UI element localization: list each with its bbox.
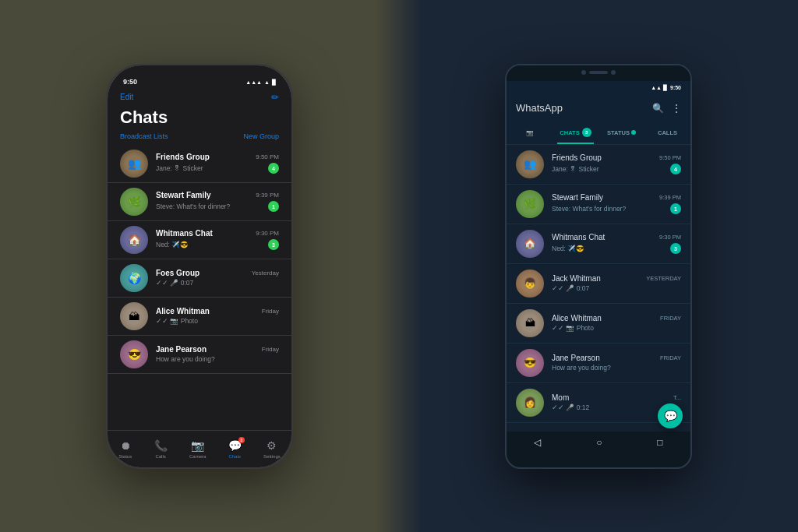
- fab-chat-icon: 💬: [664, 410, 677, 422]
- iphone-chat-item[interactable]: 🌍 Foes Group Yesterday ✓✓ 🎤 0:07: [108, 259, 291, 298]
- android-chat-avatar: 👥: [516, 150, 544, 178]
- android-screen: ▲▲ ▉ 9:50 WhatsApp 🔍 ⋮ 📷 CHATS: [507, 81, 690, 453]
- android-chat-avatar: 👦: [516, 270, 544, 298]
- android-chat-header-row: Jane Pearson FRIDAY: [552, 354, 681, 362]
- chat-time: 9:30 PM: [256, 230, 279, 237]
- calls-tab-label: CALLS: [658, 129, 677, 136]
- android-back-button[interactable]: ◁: [534, 437, 541, 448]
- android-tab-chats[interactable]: CHATS 3: [553, 122, 598, 144]
- chat-name: Foes Group: [156, 269, 200, 277]
- chat-preview-row: ✓✓ 🎤 0:07: [156, 279, 279, 287]
- chat-avatar: 🌍: [120, 264, 148, 292]
- android-top-bar: [507, 65, 690, 81]
- chat-time: Friday: [262, 308, 279, 315]
- avatar-emoji: 👥: [128, 157, 141, 170]
- chats-tab-badge: 3: [582, 128, 591, 137]
- iphone-chat-item[interactable]: 🏠 Whitmans Chat 9:30 PM Ned: ✈️😎 3: [108, 221, 291, 259]
- android-chat-name: Jack Whitman: [552, 274, 601, 283]
- android-battery-icon: ▉: [663, 85, 667, 91]
- android-tab-camera[interactable]: 📷: [507, 122, 553, 144]
- android-tab-calls[interactable]: CALLS: [644, 122, 690, 144]
- avatar-emoji: 🏔: [525, 317, 535, 329]
- tab-label: Calls: [155, 454, 165, 459]
- chat-avatar: 🏠: [120, 226, 148, 254]
- android-chat-content: Jane Pearson FRIDAY How are you doing?: [552, 354, 681, 372]
- tab-label: Settings: [263, 454, 281, 459]
- iphone-toolbar: Broadcast Lists New Group: [108, 132, 291, 145]
- chat-content: Stewart Family 9:39 PM Steve: What's for…: [156, 191, 279, 212]
- iphone-tab-calls[interactable]: 📞 Calls: [154, 439, 168, 459]
- chat-preview-row: ✓✓ 📷 Photo: [156, 317, 279, 325]
- android-recent-button[interactable]: □: [657, 437, 662, 448]
- android-chat-item[interactable]: 😎 Jane Pearson FRIDAY How are you doing?: [507, 344, 690, 383]
- chat-name: Friends Group: [156, 153, 210, 161]
- android-chat-time: YESTERDAY: [646, 275, 681, 282]
- iphone-screen: 9:50 ▲▲▲ ▲ ▉ Edit ✏ Chats Broadcast List…: [108, 65, 291, 467]
- iphone-tab-camera[interactable]: 📷 Camera: [189, 439, 206, 459]
- android-chat-item[interactable]: 👥 Friends Group 9:50 PM Jane: 🎖 Sticker …: [507, 145, 690, 185]
- tab-icon: ⚙: [267, 439, 277, 452]
- status-tab-dot: [631, 130, 636, 135]
- android-chat-avatar: 🌿: [516, 190, 544, 218]
- chat-avatar: 🏔: [120, 302, 148, 330]
- broadcast-lists-button[interactable]: Broadcast Lists: [120, 132, 168, 140]
- chat-preview-row: How are you doing?: [156, 355, 279, 363]
- android-chat-preview: How are you doing?: [552, 364, 681, 372]
- chat-name: Jane Pearson: [156, 345, 207, 354]
- tab-icon: 📞: [154, 439, 168, 452]
- chat-content: Alice Whitman Friday ✓✓ 📷 Photo: [156, 307, 279, 325]
- android-chat-item[interactable]: 🏔 Alice Whitman FRIDAY ✓✓ 📷 Photo: [507, 304, 690, 344]
- iphone-chat-item[interactable]: 🌿 Stewart Family 9:39 PM Steve: What's f…: [108, 183, 291, 221]
- android-chat-preview-row: Jane: 🎖 Sticker 4: [552, 164, 681, 174]
- chat-time: 9:39 PM: [256, 192, 279, 199]
- android-chat-header-row: Friends Group 9:50 PM: [552, 153, 681, 162]
- android-chat-item[interactable]: 🏠 Whitmans Chat 9:30 PM Ned: ✈️😎 3: [507, 224, 690, 264]
- chat-header-row: Stewart Family 9:39 PM: [156, 191, 279, 199]
- chat-header-row: Friends Group 9:50 PM: [156, 153, 279, 161]
- android-chat-preview: ✓✓ 🎤 0:07: [552, 284, 681, 292]
- android-time: 9:50: [670, 85, 681, 90]
- tab-icon-wrapper: ⏺: [120, 439, 131, 453]
- android-chat-header-row: Alice Whitman FRIDAY: [552, 314, 681, 322]
- signal-icon: ▲▲▲: [245, 79, 262, 85]
- android-chat-item[interactable]: 👦 Jack Whitman YESTERDAY ✓✓ 🎤 0:07: [507, 264, 690, 304]
- iphone-tab-settings[interactable]: ⚙ Settings: [263, 439, 281, 459]
- android-chat-header-row: Stewart Family 9:39 PM: [552, 193, 681, 202]
- iphone-edit-button[interactable]: Edit: [120, 93, 133, 101]
- android-chat-item[interactable]: 🌿 Stewart Family 9:39 PM Steve: What's f…: [507, 185, 690, 224]
- chat-name: Alice Whitman: [156, 307, 210, 315]
- avatar-emoji: 😎: [524, 357, 536, 368]
- android-unread-badge: 4: [670, 164, 681, 174]
- android-home-button[interactable]: ○: [596, 437, 602, 448]
- android-more-icon[interactable]: ⋮: [672, 103, 681, 114]
- iphone-tab-status[interactable]: ⏺ Status: [118, 439, 132, 459]
- chat-time: Friday: [262, 346, 279, 353]
- android-tab-status[interactable]: STATUS: [598, 122, 644, 144]
- avatar-emoji: 🌿: [524, 198, 536, 210]
- android-search-icon[interactable]: 🔍: [652, 103, 664, 114]
- android-chat-time: 9:50 PM: [659, 154, 681, 161]
- tab-icon: ⏺: [120, 439, 131, 452]
- iphone-chat-item[interactable]: 🏔 Alice Whitman Friday ✓✓ 📷 Photo: [108, 298, 291, 336]
- iphone-chat-item[interactable]: 👥 Friends Group 9:50 PM Jane: 🎖 Sticker …: [108, 145, 291, 183]
- iphone-compose-button[interactable]: ✏: [271, 92, 279, 103]
- chat-header-row: Alice Whitman Friday: [156, 307, 279, 315]
- android-chat-preview-row: Steve: What's for dinner? 1: [552, 203, 681, 214]
- chat-name: Stewart Family: [156, 191, 211, 199]
- iphone-chat-item[interactable]: 😎 Jane Pearson Friday How are you doing?: [108, 336, 291, 374]
- new-group-button[interactable]: New Group: [243, 132, 279, 140]
- android-fab-button[interactable]: 💬: [658, 403, 683, 428]
- android-chat-content: Whitmans Chat 9:30 PM Ned: ✈️😎 3: [552, 233, 681, 254]
- iphone-tab-bar: ⏺ Status 📞 Calls 📷 Camera 💬 3 Chats ⚙ Se…: [108, 430, 291, 467]
- android-chat-name: Stewart Family: [552, 193, 603, 202]
- avatar-emoji: 🏠: [128, 234, 141, 246]
- sensor-dot: [611, 70, 616, 75]
- avatar-emoji: 🏠: [524, 238, 536, 249]
- iphone-tab-chats[interactable]: 💬 3 Chats: [228, 439, 242, 459]
- unread-badge: 3: [268, 239, 279, 250]
- android-chat-avatar: 👩: [516, 389, 544, 417]
- wifi-icon: ▲: [264, 79, 270, 85]
- chat-preview: Jane: 🎖 Sticker: [156, 164, 268, 172]
- iphone-chat-list: 👥 Friends Group 9:50 PM Jane: 🎖 Sticker …: [108, 145, 291, 430]
- android-chat-header-row: Jack Whitman YESTERDAY: [552, 274, 681, 283]
